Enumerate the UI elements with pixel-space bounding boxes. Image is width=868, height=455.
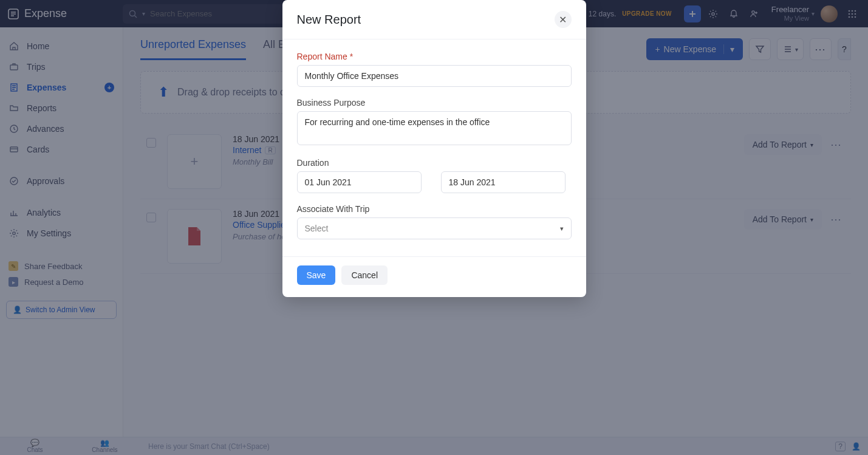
cancel-button[interactable]: Cancel — [341, 265, 388, 285]
new-report-modal: New Report ✕ Report Name * Business Purp… — [282, 0, 586, 297]
report-name-input[interactable] — [297, 65, 572, 87]
trip-label: Associate With Trip — [297, 204, 572, 214]
modal-overlay: New Report ✕ Report Name * Business Purp… — [0, 0, 868, 455]
trip-select[interactable]: Select ▾ — [297, 217, 572, 239]
date-to-input[interactable] — [441, 171, 566, 193]
purpose-label: Business Purpose — [297, 98, 572, 108]
purpose-input[interactable] — [297, 111, 572, 145]
close-icon: ✕ — [559, 14, 567, 26]
trip-placeholder: Select — [305, 224, 329, 233]
duration-label: Duration — [297, 158, 572, 168]
date-from-input[interactable] — [297, 171, 422, 193]
chevron-down-icon: ▾ — [560, 225, 564, 233]
report-name-label: Report Name * — [297, 52, 572, 61]
modal-title: New Report — [297, 13, 361, 27]
save-button[interactable]: Save — [297, 265, 336, 285]
close-button[interactable]: ✕ — [555, 11, 572, 28]
